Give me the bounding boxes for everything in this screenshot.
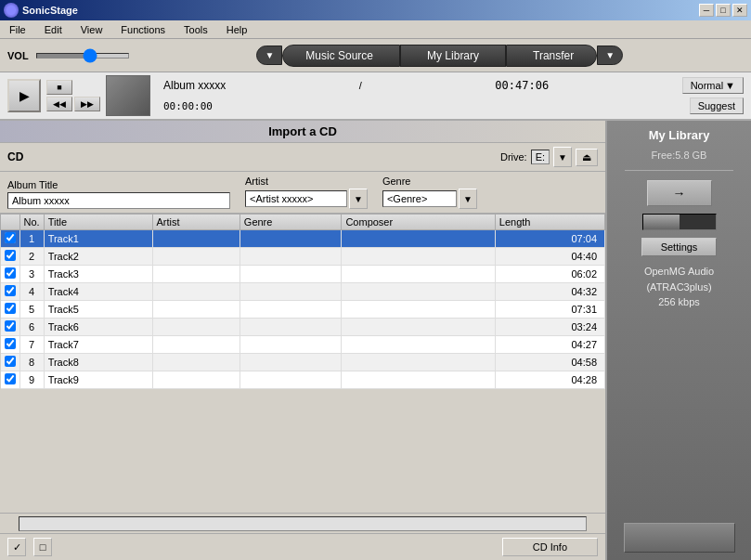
table-row[interactable]: 6 Track6 03:24: [1, 319, 605, 336]
cd-label: CD: [7, 150, 23, 163]
track-checkbox[interactable]: [5, 338, 16, 349]
progress-bar-fill: [643, 215, 680, 229]
check-cell[interactable]: [1, 354, 20, 371]
track-length: 04:32: [495, 283, 604, 301]
codec-line3: 256 kbps: [644, 294, 714, 310]
check-cell[interactable]: [1, 301, 20, 319]
table-row[interactable]: 7 Track7 04:27: [1, 336, 605, 354]
check-cell[interactable]: [1, 283, 20, 301]
track-checkbox[interactable]: [5, 267, 16, 279]
tab-music-source[interactable]: Music Source: [282, 45, 400, 67]
select-all-button[interactable]: ✓: [7, 538, 26, 556]
tab-my-library[interactable]: My Library: [400, 45, 506, 67]
track-composer: [342, 230, 495, 248]
restore-button[interactable]: □: [716, 4, 731, 17]
menu-view[interactable]: View: [75, 22, 109, 37]
tab-arrow-right[interactable]: ▼: [597, 46, 623, 65]
track-checkbox[interactable]: [5, 285, 16, 296]
track-checkbox[interactable]: [5, 303, 16, 314]
tab-transfer[interactable]: Transfer: [506, 45, 597, 67]
track-title: Track7: [44, 336, 152, 354]
suggest-button[interactable]: Suggest: [690, 98, 744, 114]
track-checkbox[interactable]: [5, 232, 16, 243]
track-title: Track8: [44, 354, 152, 371]
cd-header: CD Drive: E: ▼ ⏏: [0, 143, 605, 172]
cd-info-button[interactable]: CD Info: [502, 538, 598, 556]
table-row[interactable]: 8 Track8 04:58: [1, 354, 605, 371]
col-length: Length: [495, 215, 604, 230]
check-cell[interactable]: [1, 230, 20, 248]
play-mode-label: Normal: [691, 80, 723, 91]
col-artist: Artist: [152, 215, 240, 230]
genre-input[interactable]: [382, 190, 457, 207]
prev-button[interactable]: ◀◀: [46, 97, 72, 111]
track-num: 2: [19, 248, 44, 266]
table-row[interactable]: 2 Track2 04:40: [1, 248, 605, 266]
genre-dropdown-button[interactable]: ▼: [459, 189, 477, 209]
track-checkbox[interactable]: [5, 250, 16, 261]
col-genre: Genre: [240, 215, 342, 230]
track-checkbox[interactable]: [5, 320, 16, 332]
menu-file[interactable]: File: [4, 22, 32, 37]
drive-area: Drive: E: ▼ ⏏: [500, 147, 598, 167]
track-checkbox[interactable]: [5, 356, 16, 367]
track-artist: [152, 266, 240, 283]
track-genre: [240, 248, 342, 266]
table-row[interactable]: 4 Track4 04:32: [1, 283, 605, 301]
bottom-right-button[interactable]: [624, 523, 735, 553]
menu-functions[interactable]: Functions: [115, 22, 171, 37]
minimize-button[interactable]: ─: [699, 4, 714, 17]
stop-button[interactable]: ■: [46, 80, 72, 95]
check-cell[interactable]: [1, 266, 20, 283]
track-composer: [342, 319, 495, 336]
track-checkbox[interactable]: [5, 373, 16, 384]
col-check: [1, 215, 20, 230]
table-row[interactable]: 1 Track1 07:04: [1, 230, 605, 248]
check-cell[interactable]: [1, 336, 20, 354]
elapsed-time: 00:00:00: [163, 100, 213, 112]
eject-button[interactable]: ⏏: [576, 149, 598, 166]
tab-arrow-left[interactable]: ▼: [256, 46, 282, 65]
col-composer: Composer: [342, 215, 495, 230]
check-cell[interactable]: [1, 371, 20, 389]
play-button[interactable]: ▶: [7, 79, 41, 112]
settings-button[interactable]: Settings: [641, 238, 718, 256]
player-bar: ▶ ■ ◀◀ ▶▶ Album xxxxx / 00:47:06 Normal …: [0, 72, 751, 121]
horizontal-scrollbar[interactable]: [19, 516, 587, 531]
table-row[interactable]: 9 Track9 04:28: [1, 371, 605, 389]
track-artist: [152, 354, 240, 371]
track-title: Track6: [44, 319, 152, 336]
menu-help[interactable]: Help: [221, 22, 253, 37]
app-logo-icon: [4, 3, 19, 18]
track-num: 7: [19, 336, 44, 354]
play-mode-button[interactable]: Normal ▼: [682, 77, 744, 94]
track-genre: [240, 230, 342, 248]
next-button[interactable]: ▶▶: [74, 97, 100, 111]
genre-group: Genre ▼: [382, 176, 477, 209]
artist-dropdown-button[interactable]: ▼: [349, 189, 368, 209]
track-num: 3: [19, 266, 44, 283]
main-area: Import a CD CD Drive: E: ▼ ⏏ Album Title…: [0, 121, 751, 560]
track-artist: [152, 319, 240, 336]
album-art: [106, 75, 150, 116]
track-genre: [240, 354, 342, 371]
volume-slider[interactable]: [36, 53, 129, 59]
table-row[interactable]: 5 Track5 07:31: [1, 301, 605, 319]
track-title: Track4: [44, 283, 152, 301]
artist-input[interactable]: [245, 190, 347, 207]
track-artist: [152, 301, 240, 319]
transfer-button[interactable]: →: [647, 180, 712, 206]
close-button[interactable]: ✕: [732, 4, 747, 17]
track-title: Track9: [44, 371, 152, 389]
track-artist: [152, 336, 240, 354]
check-cell[interactable]: [1, 248, 20, 266]
track-length: 04:27: [495, 336, 604, 354]
deselect-all-button[interactable]: □: [33, 538, 52, 556]
menu-tools[interactable]: Tools: [178, 22, 214, 37]
drive-dropdown-button[interactable]: ▼: [553, 147, 572, 167]
table-row[interactable]: 3 Track3 06:02: [1, 266, 605, 283]
check-cell[interactable]: [1, 319, 20, 336]
album-title-input[interactable]: [7, 192, 230, 209]
track-genre: [240, 283, 342, 301]
menu-edit[interactable]: Edit: [39, 22, 68, 37]
